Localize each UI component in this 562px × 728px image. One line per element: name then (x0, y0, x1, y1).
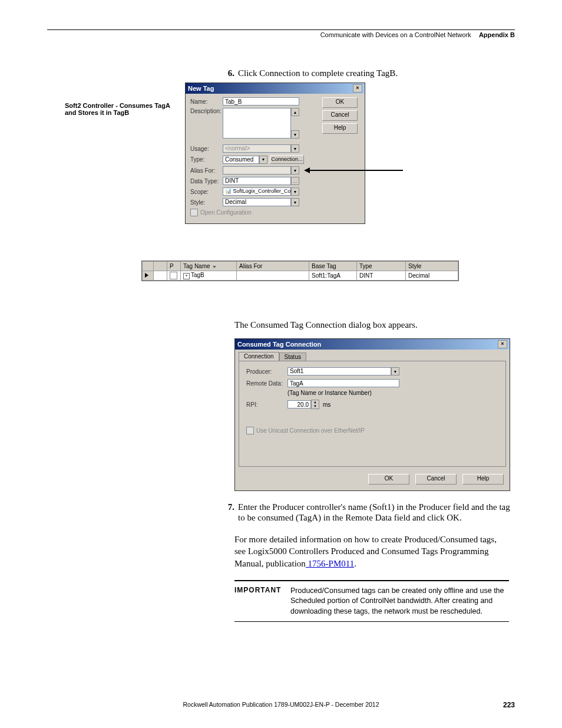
step7-number: 7. (228, 502, 234, 512)
page-header: Communicate with Devices on a ControlNet… (47, 31, 515, 38)
datatype-input[interactable]: DINT (223, 177, 291, 185)
row-selector[interactable] (143, 271, 154, 281)
p-cell[interactable] (167, 271, 181, 281)
usage-label: Usage: (190, 146, 223, 152)
row-icon (154, 271, 167, 281)
header-rule (47, 29, 515, 30)
style-cell: Decimal (406, 271, 458, 281)
tab-connection[interactable]: Connection (239, 352, 279, 361)
description-label: Description: (190, 108, 223, 114)
header-appendix: Appendix B (479, 31, 515, 38)
tagname-cell[interactable]: +TagB (181, 271, 237, 281)
step6-text: Click Connection to complete creating Ta… (238, 68, 398, 78)
style-label: Style: (190, 199, 223, 206)
footer-text: Rockwell Automation Publication 1789-UM0… (183, 701, 379, 708)
open-config-label: Open Configuration (200, 209, 252, 216)
p-header[interactable]: P (167, 262, 181, 271)
step7-text: Enter the Producer controller's name (So… (238, 502, 510, 522)
sort-icon (213, 266, 216, 268)
tagname-header[interactable]: Tag Name (181, 262, 237, 271)
icon-header (154, 262, 167, 271)
table-row[interactable]: +TagB Soft1:TagA DINT Decimal (143, 271, 458, 281)
connection-button[interactable]: Connection... (270, 155, 304, 164)
new-tag-title: New Tag (188, 85, 214, 92)
producer-label: Producer: (246, 368, 287, 375)
producer-select[interactable]: Soft1 (287, 367, 391, 375)
step-7: 7. Enter the Producer controller's name … (218, 502, 515, 523)
chevron-down-icon: ▼ (291, 144, 299, 153)
spinner-down-icon[interactable]: ▼ (312, 404, 319, 409)
spinner-up-icon[interactable]: ▲ (312, 400, 319, 404)
important-box: IMPORTANT Produced/Consumed tags can be … (234, 580, 509, 622)
scroll-down-icon[interactable]: ▼ (291, 130, 299, 139)
rpi-label: RPI: (246, 401, 287, 408)
description-input[interactable] (223, 108, 291, 139)
scope-label: Scope: (190, 189, 223, 195)
open-config-checkbox (190, 209, 198, 216)
chevron-down-icon: ▼ (291, 166, 299, 174)
ok-button[interactable]: OK (368, 474, 409, 485)
step6-number: 6. (228, 68, 234, 78)
close-icon[interactable]: × (353, 84, 362, 93)
cancel-button[interactable]: Cancel (322, 110, 358, 121)
important-text: Produced/Consumed tags can be created on… (290, 586, 509, 617)
important-label: IMPORTANT (234, 586, 290, 617)
consumed-tag-dialog: Consumed Tag Connection × Connection Sta… (234, 338, 510, 491)
aliasfor-input (223, 166, 291, 174)
style-select[interactable]: Decimal (223, 198, 291, 206)
aliasfor-header[interactable]: Alias For (237, 262, 309, 271)
type-label: Type: (190, 156, 223, 163)
detail-paragraph: For more detailed information on how to … (234, 533, 509, 569)
page-footer: Rockwell Automation Publication 1789-UM0… (47, 701, 515, 708)
aliasfor-label: Alias For: (190, 167, 223, 174)
ellipsis-icon[interactable]: … (291, 177, 299, 185)
tab-status[interactable]: Status (279, 353, 306, 361)
type-header[interactable]: Type (357, 262, 406, 271)
style-header[interactable]: Style (406, 262, 458, 271)
side-note: Soft2 Controller - Consumes TagA and Sto… (65, 102, 177, 116)
publication-link[interactable]: 1756-PM011 (306, 559, 354, 568)
expand-icon[interactable]: + (183, 273, 190, 279)
name-label: Name: (190, 98, 223, 105)
page-number: 223 (503, 701, 515, 709)
step-6: 6. Click Connection to complete creating… (218, 68, 515, 78)
scroll-up-icon[interactable]: ▲ (291, 108, 299, 116)
triangle-right-icon (145, 273, 148, 278)
ms-label: ms (323, 401, 330, 408)
help-button[interactable]: Help (462, 474, 504, 485)
remotedata-hint: (Tag Name or Instance Number) (287, 390, 372, 396)
cancel-button[interactable]: Cancel (415, 474, 457, 485)
tag-table: P Tag Name Alias For Base Tag Type Style… (141, 261, 459, 281)
row-select-header (143, 262, 154, 271)
type-select[interactable]: Consumed (223, 156, 259, 164)
rpi-spinner[interactable]: ▲▼ (311, 400, 319, 409)
p-checkbox[interactable] (170, 272, 177, 279)
usage-select: <normal> (223, 144, 291, 153)
new-tag-titlebar[interactable]: New Tag × (186, 83, 365, 94)
remotedata-label: Remote Data: (246, 380, 287, 387)
chevron-down-icon[interactable]: ▼ (291, 198, 299, 206)
consumed-title: Consumed Tag Connection (237, 341, 321, 348)
unicast-checkbox (246, 427, 254, 434)
new-tag-dialog: New Tag × Name: Description: ▲ (185, 83, 365, 224)
type-cell: DINT (357, 271, 406, 281)
header-chapter: Communicate with Devices on a ControlNet… (320, 31, 471, 38)
para-after-table: The Consumed Tag Connection dialog box a… (234, 320, 509, 330)
remotedata-input[interactable] (287, 379, 399, 387)
help-button[interactable]: Help (322, 123, 358, 134)
close-icon[interactable]: × (498, 340, 507, 348)
datatype-label: Data Type: (190, 178, 223, 185)
rpi-input[interactable] (287, 400, 311, 409)
basetag-cell: Soft1:TagA (309, 271, 357, 281)
unicast-label: Use Unicast Connection over EtherNet/IP (256, 427, 365, 434)
consumed-titlebar[interactable]: Consumed Tag Connection × (235, 339, 510, 350)
arrow-annotation (309, 170, 403, 171)
chevron-down-icon[interactable]: ▼ (391, 367, 399, 375)
aliasfor-cell (237, 271, 309, 281)
ok-button[interactable]: OK (322, 97, 358, 108)
basetag-header[interactable]: Base Tag (309, 262, 357, 271)
scope-select[interactable]: 📊 SoftLogix_Controller_ControlNe (223, 187, 291, 196)
chevron-down-icon[interactable]: ▼ (291, 187, 299, 196)
name-input[interactable] (223, 97, 299, 106)
chevron-down-icon[interactable]: ▼ (259, 156, 267, 164)
